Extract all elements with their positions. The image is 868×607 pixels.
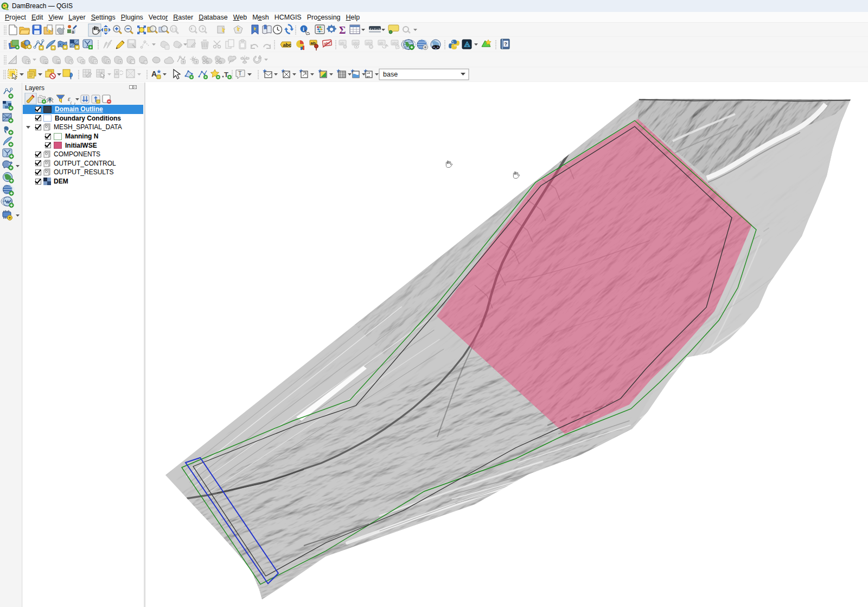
svg-text:a: a [72,29,74,35]
svg-text:abc: abc [392,41,399,45]
svg-text:Σ: Σ [339,24,346,36]
svg-text:abc: abc [366,41,373,45]
svg-text:base: base [383,71,398,78]
svg-text:ε: ε [68,95,71,103]
svg-text:T: T [238,70,242,77]
svg-text:?: ? [505,41,508,47]
svg-text:abc: abc [283,42,292,48]
svg-text:ab: ab [340,41,344,45]
svg-text:i: i [303,26,304,32]
svg-text:1:1: 1:1 [171,27,177,31]
svg-text:A: A [151,69,157,78]
svg-text:ab: ab [379,41,384,45]
svg-text:abc: abc [353,41,360,45]
